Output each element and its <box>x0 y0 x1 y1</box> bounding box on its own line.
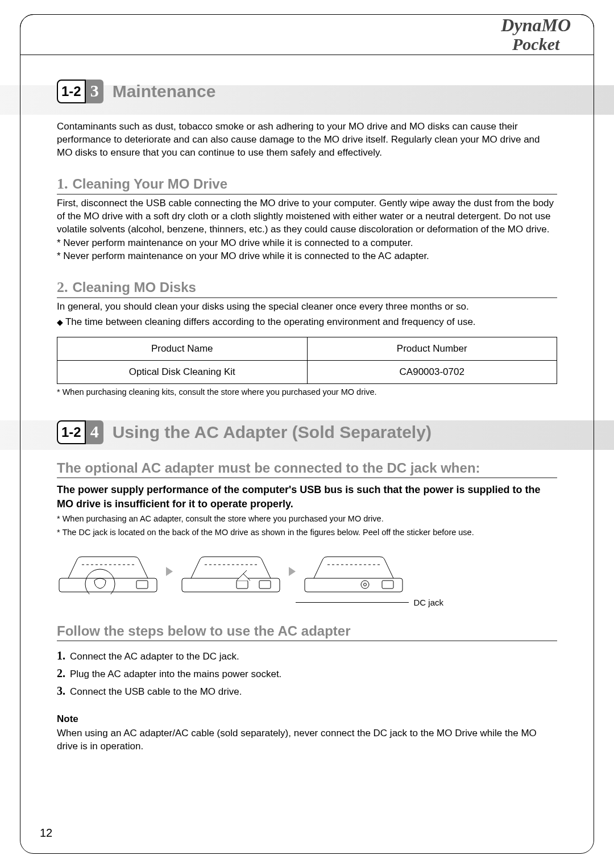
dc-jack-label-row: DC jack <box>296 598 443 607</box>
device-figure-2 <box>180 549 282 594</box>
subsection-number: 2. <box>57 279 68 296</box>
note-title: Note <box>57 713 557 725</box>
section-number-badge: 3 <box>86 80 103 103</box>
note-line: * Never perform maintenance on your MO d… <box>57 249 557 263</box>
device-diagram-row <box>57 549 557 594</box>
note-line: * Never perform maintenance on your MO d… <box>57 236 557 250</box>
brand-block: DynaMO Pocket <box>501 16 571 53</box>
table-row: Optical Disk Cleaning Kit CA90003-0702 <box>57 361 557 384</box>
step-text: Plug the AC adapter into the mains power… <box>70 669 281 680</box>
subheading: The optional AC adapter must be connecte… <box>57 460 557 478</box>
step-item: 1. Connect the AC adapter to the DC jack… <box>57 647 557 665</box>
table-row: Product Name Product Number <box>57 337 557 361</box>
device-figure-1 <box>57 549 159 594</box>
arrow-right-icon <box>166 567 173 576</box>
bold-paragraph: The power supply performance of the comp… <box>57 483 557 511</box>
page-content: 1-2 3 Maintenance Contaminants such as d… <box>57 68 557 753</box>
section-header: 1-2 3 Maintenance <box>57 80 557 103</box>
table-cell: Optical Disk Cleaning Kit <box>57 361 308 384</box>
subsection-title: Cleaning Your MO Drive <box>73 176 228 192</box>
bullet-note: The time between cleaning differs accord… <box>57 316 557 329</box>
subsection-body: First, disconnect the USB cable connecti… <box>57 197 557 236</box>
svg-rect-2 <box>136 581 148 589</box>
chapter-badge: 1-2 <box>57 80 86 103</box>
step-item: 3. Connect the USB cable to the MO drive… <box>57 682 557 700</box>
page-header: DynaMO Pocket <box>20 14 594 55</box>
svg-rect-6 <box>259 581 271 589</box>
section-header: 1-2 4 Using the AC Adapter (Sold Separat… <box>57 420 557 444</box>
footnote-line: * When purchasing an AC adapter, consult… <box>57 513 557 524</box>
subsection-title: Cleaning MO Disks <box>73 279 196 295</box>
subsection-heading: 2. Cleaning MO Disks <box>57 279 557 298</box>
intro-paragraph: Contaminants such as dust, tobacco smoke… <box>57 120 557 160</box>
step-number: 2. <box>57 667 65 680</box>
section-title: Maintenance <box>113 82 216 101</box>
step-text: Connect the USB cable to the MO drive. <box>70 686 242 698</box>
arrow-right-icon <box>289 567 296 576</box>
steps-list: 1. Connect the AC adapter to the DC jack… <box>57 647 557 700</box>
section-number-badge: 4 <box>86 420 103 444</box>
step-number: 3. <box>57 685 65 698</box>
step-item: 2. Plug the AC adapter into the mains po… <box>57 665 557 682</box>
step-text: Connect the AC adapter to the DC jack. <box>70 651 239 662</box>
svg-rect-7 <box>237 581 248 589</box>
subsection-body: In general, you should clean your disks … <box>57 301 557 314</box>
chapter-badge: 1-2 <box>57 420 86 444</box>
note-body: When using an AC adapter/AC cable (sold … <box>57 727 557 753</box>
subsection-heading: 1. Cleaning Your MO Drive <box>57 176 557 195</box>
page-number: 12 <box>40 827 52 840</box>
dc-jack-label: DC jack <box>413 598 443 607</box>
table-header-cell: Product Name <box>57 337 308 361</box>
table-header-cell: Product Number <box>307 337 557 361</box>
product-table: Product Name Product Number Optical Disk… <box>57 337 557 384</box>
step-number: 1. <box>57 649 65 662</box>
subsection-number: 1. <box>57 176 68 193</box>
footnote-line: * The DC jack is located on the back of … <box>57 527 557 538</box>
brand-name-top: DynaMO <box>501 16 571 35</box>
table-cell: CA90003-0702 <box>307 361 557 384</box>
table-footnote: * When purchasing cleaning kits, consult… <box>57 386 557 398</box>
leader-line <box>296 602 409 603</box>
svg-point-12 <box>364 583 367 586</box>
brand-name-bottom: Pocket <box>501 35 571 53</box>
svg-rect-10 <box>382 581 393 589</box>
svg-point-11 <box>361 581 369 589</box>
section-badge: 1-2 4 <box>57 420 103 444</box>
section-title: Using the AC Adapter (Sold Separately) <box>113 423 432 442</box>
subheading: Follow the steps below to use the AC ada… <box>57 623 557 641</box>
section-badge: 1-2 3 <box>57 80 103 103</box>
device-figure-3 <box>302 549 405 594</box>
svg-point-3 <box>85 569 115 594</box>
